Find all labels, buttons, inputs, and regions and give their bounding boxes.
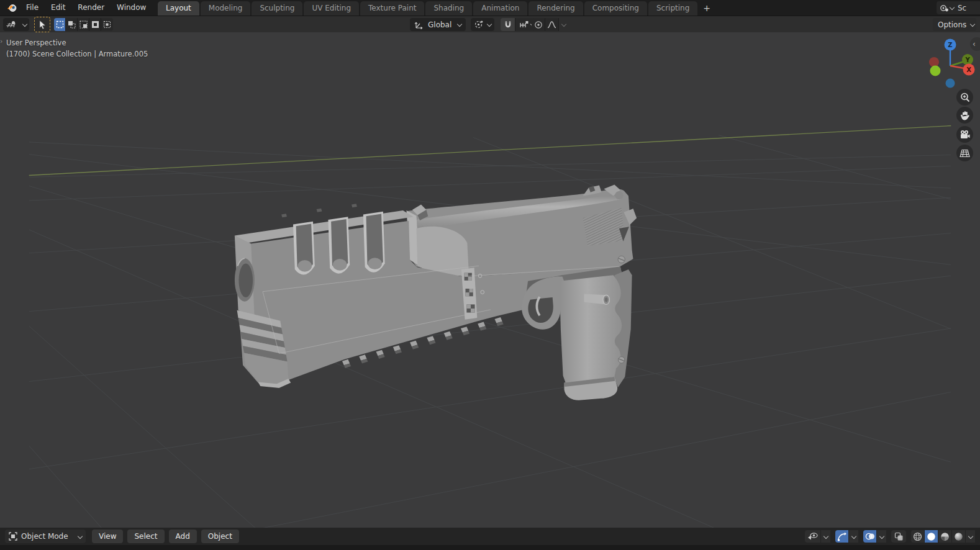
- snap-increment-icon: [519, 20, 529, 29]
- overlays-icon[interactable]: [863, 530, 877, 543]
- shading-dropdown[interactable]: [966, 530, 975, 543]
- visibility-eye-icon[interactable]: [805, 530, 821, 543]
- select-subtract-icon[interactable]: [78, 18, 89, 31]
- menu-view[interactable]: View: [92, 530, 123, 543]
- active-object-label: (1700) Scene Collection | Armature.005: [6, 48, 148, 60]
- overlays-dropdown[interactable]: [877, 530, 886, 543]
- falloff-curve-icon[interactable]: [545, 18, 559, 31]
- chevron-down-icon: [970, 22, 971, 27]
- scene-render: [0, 32, 980, 545]
- menu-window[interactable]: Window: [111, 0, 152, 16]
- shading-group: [911, 530, 975, 543]
- tab-animation[interactable]: Animation: [473, 1, 527, 16]
- menu-edit[interactable]: Edit: [45, 0, 71, 16]
- ortho-toggle-button[interactable]: [956, 145, 973, 161]
- topbar: File Edit Render Window Help Layout Mode…: [0, 0, 980, 16]
- gizmo-axis-y-neg[interactable]: [930, 66, 941, 76]
- blender-window: File Edit Render Window Help Layout Mode…: [0, 0, 980, 550]
- chevron-down-icon: [78, 534, 82, 539]
- gizmo-y-label: Y: [964, 56, 970, 63]
- add-workspace-button[interactable]: +: [699, 1, 715, 16]
- gizmo-axis-x-neg[interactable]: [929, 57, 939, 67]
- shading-wireframe-icon[interactable]: [911, 530, 925, 543]
- orientation-icon: [414, 20, 424, 29]
- status-bar: [0, 545, 980, 550]
- toolbar-toggle-arrow[interactable]: ›: [0, 37, 2, 45]
- menu-object[interactable]: Object: [201, 530, 239, 543]
- transform-orientation-dropdown[interactable]: Global: [410, 18, 466, 31]
- zoom-button[interactable]: [956, 89, 973, 106]
- active-tool-select-box[interactable]: [34, 17, 50, 32]
- chevron-down-icon: [950, 6, 954, 10]
- gizmo-icon[interactable]: [835, 530, 849, 543]
- tool-settings-bar: Global: [0, 16, 980, 32]
- viewport-header: Object Mode View Select Add Object: [0, 528, 980, 545]
- viewport-3d[interactable]: › User Perspective (1700) Scene Collecti…: [0, 32, 980, 545]
- proportional-icon[interactable]: [532, 18, 545, 31]
- select-extend-icon[interactable]: [66, 18, 78, 31]
- tab-uv-editing[interactable]: UV Editing: [304, 1, 359, 16]
- gizmo-axis-z-neg[interactable]: [946, 79, 955, 88]
- scene-name: Sc: [958, 4, 966, 12]
- view-perspective-label: User Perspective: [6, 37, 148, 48]
- menu-select[interactable]: Select: [127, 530, 164, 543]
- pistol-model[interactable]: [235, 185, 637, 400]
- menu-render[interactable]: Render: [71, 0, 111, 16]
- tab-shading[interactable]: Shading: [425, 1, 472, 16]
- select-set-icon[interactable]: [54, 18, 66, 31]
- zoom-icon: [960, 92, 970, 102]
- xray-icon[interactable]: [891, 530, 906, 543]
- object-mode-icon: [9, 532, 17, 541]
- chevron-down-icon: [457, 22, 461, 27]
- mode-label: Object Mode: [21, 532, 68, 541]
- tab-texture-paint[interactable]: Texture Paint: [360, 1, 424, 16]
- chevron-down-icon: [22, 22, 27, 27]
- menu-file[interactable]: File: [20, 0, 45, 16]
- select-cursor-icon: [39, 20, 47, 29]
- shading-solid-icon[interactable]: [925, 530, 938, 543]
- pivot-point-dropdown[interactable]: [471, 18, 494, 31]
- tab-layout[interactable]: Layout: [158, 1, 199, 16]
- tab-modeling[interactable]: Modeling: [201, 1, 251, 16]
- magnet-icon[interactable]: [501, 18, 515, 31]
- mode-dropdown[interactable]: Object Mode: [5, 530, 86, 543]
- select-mode-group: [54, 18, 113, 31]
- select-intersect-icon[interactable]: [101, 18, 113, 31]
- tab-rendering[interactable]: Rendering: [529, 1, 583, 16]
- tab-scripting[interactable]: Scripting: [648, 1, 697, 16]
- tab-sculpting[interactable]: Sculpting: [252, 1, 302, 16]
- floor-grid: [29, 135, 951, 545]
- workspace-tabs: Layout Modeling Sculpting UV Editing Tex…: [158, 1, 715, 16]
- tab-compositing[interactable]: Compositing: [584, 1, 647, 16]
- chevron-down-icon: [561, 22, 566, 27]
- scene-selector[interactable]: Sc: [937, 1, 980, 14]
- chevron-down-icon: [487, 22, 491, 27]
- hand-icon: [960, 110, 969, 120]
- shading-material-icon[interactable]: [938, 530, 952, 543]
- blender-logo-icon[interactable]: [4, 0, 20, 16]
- select-invert-icon[interactable]: [89, 18, 101, 31]
- gizmo-x-label: X: [966, 66, 971, 73]
- shading-rendered-icon[interactable]: [952, 530, 966, 543]
- pan-button[interactable]: [956, 107, 973, 124]
- editor-type-button[interactable]: [3, 18, 29, 31]
- falloff-dropdown[interactable]: [559, 18, 568, 31]
- overlays-group: [863, 530, 886, 543]
- camera-view-button[interactable]: [956, 126, 973, 143]
- grid-icon: [960, 149, 970, 158]
- proportional-edit-group: [532, 18, 568, 31]
- navigation-gizmo[interactable]: Z Y X: [928, 36, 978, 90]
- comp-slots: [293, 212, 385, 275]
- gizmos-group: [835, 530, 858, 543]
- options-button[interactable]: Options: [933, 18, 976, 31]
- options-label: Options: [938, 20, 966, 29]
- camera-icon: [960, 130, 970, 139]
- visibility-dropdown[interactable]: [821, 530, 830, 543]
- main-menus: File Edit Render Window Help: [4, 0, 182, 16]
- orientation-label: Global: [428, 20, 451, 29]
- gizmos-dropdown[interactable]: [849, 530, 858, 543]
- gizmo-z-label: Z: [948, 42, 952, 48]
- viewport-menus: View Select Add Object: [92, 530, 239, 543]
- viewport-overlay-text: User Perspective (1700) Scene Collection…: [6, 37, 148, 60]
- menu-add[interactable]: Add: [169, 530, 197, 543]
